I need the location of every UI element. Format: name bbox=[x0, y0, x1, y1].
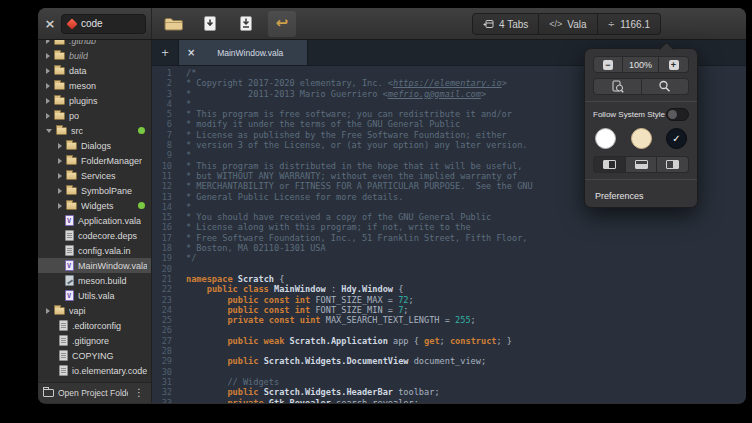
tree-item-symbolpane[interactable]: SymbolPane bbox=[38, 183, 151, 198]
language-button[interactable]: </> Vala bbox=[539, 13, 597, 35]
right-pane-icon bbox=[666, 160, 679, 169]
zoom-in-button[interactable]: + bbox=[659, 56, 689, 73]
code-line: * You should have received a copy of the… bbox=[186, 212, 746, 222]
save-file-button[interactable] bbox=[196, 11, 224, 37]
tree-item-build[interactable]: build bbox=[38, 48, 151, 63]
tree-item-label: Application.vala bbox=[78, 216, 141, 226]
tree-item-vapi[interactable]: vapi bbox=[38, 303, 151, 318]
revert-button[interactable]: ↩ bbox=[268, 11, 296, 37]
text-file-icon bbox=[65, 245, 74, 256]
new-tab-button[interactable]: + bbox=[152, 40, 178, 65]
tree-item--github[interactable]: .github bbox=[38, 40, 151, 48]
line-number: 15 bbox=[152, 212, 172, 222]
chevron-right-icon[interactable] bbox=[58, 188, 62, 194]
line-number: 26 bbox=[152, 325, 172, 335]
project-icon bbox=[66, 18, 77, 29]
tree-item-label: Services bbox=[81, 171, 116, 181]
code-line: public Scratch.Widgets.DocumentView docu… bbox=[186, 356, 746, 366]
find-in-page-icon bbox=[611, 80, 624, 93]
sidebar-menu-button[interactable]: ⋮ bbox=[132, 388, 146, 398]
tree-item-dialogs[interactable]: Dialogs bbox=[38, 138, 151, 153]
sidebar-footer: Open Project Folder… ⋮ bbox=[38, 382, 151, 403]
chevron-right-icon[interactable] bbox=[58, 173, 62, 179]
window-close-button[interactable]: × bbox=[42, 16, 58, 32]
zoom-out-button[interactable]: − bbox=[593, 56, 623, 73]
pane-right-button[interactable] bbox=[657, 156, 689, 173]
tree-item-foldermanager[interactable]: FolderManager bbox=[38, 153, 151, 168]
tree-item-copying[interactable]: COPYING bbox=[38, 348, 151, 363]
language-label: Vala bbox=[567, 19, 586, 30]
tree-item--gitignore[interactable]: .gitignore bbox=[38, 333, 151, 348]
pane-layout-controls bbox=[593, 156, 689, 173]
chevron-right-icon[interactable] bbox=[46, 68, 50, 74]
tree-item-utils-vala[interactable]: Utils.vala bbox=[38, 288, 151, 303]
tree-item-label: config.vala.in bbox=[78, 246, 131, 256]
code-line: * License along with this program; if no… bbox=[186, 222, 746, 232]
text-file-icon bbox=[59, 335, 68, 346]
app-window: × code bbox=[38, 8, 746, 404]
tree-item-label: SymbolPane bbox=[81, 186, 132, 196]
code-line: public class MainWindow : Hdy.Window { bbox=[186, 284, 746, 294]
chevron-right-icon[interactable] bbox=[46, 53, 50, 59]
tree-item--editorconfig[interactable]: .editorconfig bbox=[38, 318, 151, 333]
follow-system-style-toggle[interactable] bbox=[666, 108, 689, 121]
folder-icon bbox=[54, 40, 65, 45]
tree-item-meson[interactable]: meson bbox=[38, 78, 151, 93]
vcs-status-dot bbox=[138, 127, 145, 134]
pane-bottom-button[interactable] bbox=[626, 156, 658, 173]
chevron-right-icon[interactable] bbox=[58, 203, 62, 209]
chevron-right-icon[interactable] bbox=[58, 158, 62, 164]
line-number: 9 bbox=[152, 150, 172, 160]
tree-item-meson-build[interactable]: meson.build bbox=[38, 273, 151, 288]
open-project-folder-button[interactable]: Open Project Folder… bbox=[58, 388, 128, 398]
tree-item-label: meson bbox=[69, 81, 96, 91]
chevron-right-icon[interactable] bbox=[46, 308, 50, 314]
main-toolbar: ↩ 4 Tabs </> Vala ÷ 1166.1 bbox=[152, 8, 746, 39]
tree-item-src[interactable]: src bbox=[38, 123, 151, 138]
tree-item-plugins[interactable]: plugins bbox=[38, 93, 151, 108]
revert-icon: ↩ bbox=[276, 16, 289, 31]
editor-tab[interactable]: × MainWindow.vala bbox=[178, 40, 308, 65]
tab-close-icon[interactable]: × bbox=[187, 47, 195, 58]
line-number: 16 bbox=[152, 222, 172, 232]
tree-item-label: MainWindow.vala bbox=[78, 261, 147, 271]
pane-left-button[interactable] bbox=[593, 156, 626, 173]
line-number: 11 bbox=[152, 171, 172, 181]
chevron-right-icon[interactable] bbox=[46, 40, 50, 44]
open-file-button[interactable] bbox=[160, 11, 188, 37]
tree-item-label: .editorconfig bbox=[72, 321, 121, 331]
style-light-button[interactable] bbox=[595, 128, 616, 149]
style-sepia-button[interactable] bbox=[631, 128, 652, 149]
line-number: 1 bbox=[152, 68, 172, 78]
tree-item-data[interactable]: data bbox=[38, 63, 151, 78]
preferences-item[interactable]: Preferences bbox=[585, 185, 697, 207]
line-number: 6 bbox=[152, 119, 172, 129]
chevron-right-icon[interactable] bbox=[46, 98, 50, 104]
tabs-count-label: 4 Tabs bbox=[499, 19, 528, 30]
chevron-right-icon[interactable] bbox=[58, 143, 62, 149]
tree-item-io-elementary-code-yml[interactable]: io.elementary.code.yml bbox=[38, 363, 151, 378]
style-dark-button[interactable]: ✓ bbox=[666, 128, 687, 149]
tree-item-services[interactable]: Services bbox=[38, 168, 151, 183]
goto-line-button[interactable]: ÷ 1166.1 bbox=[598, 13, 661, 35]
zoom-level[interactable]: 100% bbox=[623, 56, 659, 73]
tree-item-codecore-deps[interactable]: codecore.deps bbox=[38, 228, 151, 243]
folder-icon bbox=[54, 82, 65, 90]
find-in-document-button[interactable] bbox=[593, 78, 642, 95]
chevron-down-icon[interactable] bbox=[46, 129, 52, 133]
global-search-button[interactable] bbox=[642, 78, 690, 95]
project-chooser-button[interactable]: code bbox=[61, 14, 146, 34]
chevron-right-icon[interactable] bbox=[46, 83, 50, 89]
tree-item-widgets[interactable]: Widgets bbox=[38, 198, 151, 213]
tabs-overview-button[interactable]: 4 Tabs bbox=[472, 13, 539, 35]
save-as-button[interactable] bbox=[232, 11, 260, 37]
line-number: 31 bbox=[152, 377, 172, 387]
tree-item-mainwindow-vala[interactable]: MainWindow.vala bbox=[38, 258, 151, 273]
tree-item-label: meson.build bbox=[78, 276, 127, 286]
code-line: * Boston, MA 02110-1301 USA bbox=[186, 243, 746, 253]
tree-item-application-vala[interactable]: Application.vala bbox=[38, 213, 151, 228]
tree-item-config-vala-in[interactable]: config.vala.in bbox=[38, 243, 151, 258]
chevron-right-icon[interactable] bbox=[46, 113, 50, 119]
vala-file-icon bbox=[65, 290, 74, 301]
tree-item-po[interactable]: po bbox=[38, 108, 151, 123]
